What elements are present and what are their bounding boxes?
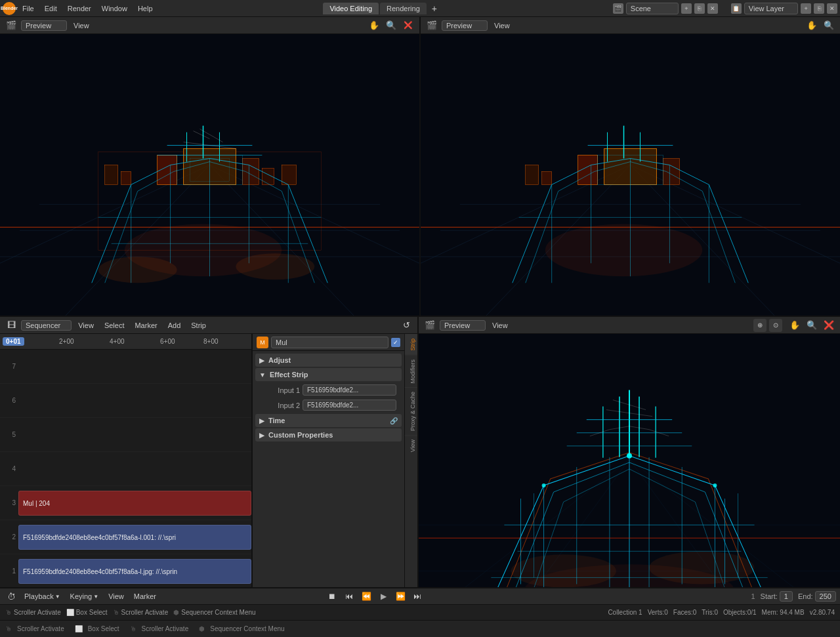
section-effect-strip-header[interactable]: ▼ Effect Strip	[255, 368, 402, 381]
keying-menu[interactable]: Keying ▼	[66, 591, 103, 602]
top-left-view-menu[interactable]: View	[70, 20, 93, 31]
top-right-view-menu[interactable]: View	[490, 20, 514, 31]
top-left-settings-icon[interactable]: ❌	[401, 18, 415, 33]
jump-start-button[interactable]: ⏮	[342, 589, 356, 604]
input2-label: Input 2	[261, 401, 300, 409]
status-bar: 🖱 Scroller Activate ⬜ Box Select 🖱 Scrol…	[0, 604, 840, 620]
seq-refresh-icon[interactable]: ↺	[399, 318, 413, 333]
right-close-icon[interactable]: ❌	[822, 318, 836, 333]
track-content-7[interactable]	[18, 350, 251, 383]
next-frame-button[interactable]: ⏩	[393, 589, 408, 604]
time-link-icon: 🔗	[390, 417, 398, 424]
current-frame-indicator[interactable]: 0+01	[3, 337, 24, 346]
viewlayer-dropdown[interactable]: View Layer	[744, 3, 798, 14]
end-frame-value[interactable]: 250	[815, 591, 836, 602]
menu-file[interactable]: File	[18, 3, 38, 14]
delete-viewlayer-icon[interactable]: ✕	[827, 3, 837, 14]
seq-strip-menu[interactable]: Strip	[187, 320, 210, 331]
input2-value[interactable]: F516959bdfde2...	[303, 400, 396, 411]
top-left-scene-svg	[0, 34, 419, 316]
workspace-tab-rendering[interactable]: Rendering	[380, 3, 427, 14]
copy-viewlayer-icon[interactable]: ⎘	[814, 3, 824, 14]
props-tab-view[interactable]: View	[405, 435, 417, 456]
pb-view-menu[interactable]: View	[104, 591, 128, 602]
track-content-2[interactable]: F516959bdfde2408eb8ee4c0bf57f8a6a-l.001:…	[18, 520, 251, 554]
workspace-tabs: Video Editing Rendering +	[323, 2, 441, 15]
stop-button[interactable]: ⏹	[325, 589, 339, 604]
menu-window[interactable]: Window	[98, 3, 131, 14]
blender-logo-icon[interactable]: Blender	[3, 2, 16, 15]
track-content-5[interactable]	[18, 418, 251, 451]
input2-row: Input 2 F516959bdfde2...	[255, 398, 402, 413]
prev-frame-button[interactable]: ⏪	[359, 589, 373, 604]
sequencer-type-dropdown[interactable]: Sequencer	[21, 320, 72, 331]
scene-dropdown[interactable]: Scene	[626, 3, 679, 14]
top-left-preview-dropdown[interactable]: Preview	[21, 20, 67, 31]
top-right-preview-dropdown[interactable]: Preview	[442, 20, 488, 31]
track-content-6[interactable]	[18, 384, 251, 417]
section-time-header[interactable]: ▶ Time 🔗	[255, 414, 402, 427]
strip-mul[interactable]: Mul | 204	[18, 491, 251, 516]
playback-controls: ⏹ ⏮ ⏪ ▶ ⏩ ⏭	[325, 589, 425, 604]
right-zoom-icon[interactable]: 🔍	[805, 318, 819, 333]
top-panels: 🎬 Preview View ✋ 🔍 ❌	[0, 17, 840, 317]
right-gizmo-icon[interactable]: ⊙	[769, 319, 782, 332]
top-right-zoom-icon[interactable]: 🔍	[822, 18, 836, 33]
menu-help[interactable]: Help	[134, 3, 157, 14]
section-effect-strip: ▼ Effect Strip Input 1 F516959bdfde2... …	[255, 368, 402, 413]
right-preview-dropdown[interactable]: Preview	[440, 320, 486, 331]
section-adjust-header[interactable]: ▶ Adjust	[255, 354, 402, 367]
new-scene-icon[interactable]: +	[681, 3, 692, 14]
top-right-pan-icon[interactable]: ✋	[805, 18, 819, 33]
scroller-activate-label: Scroller Activate	[14, 609, 61, 616]
seq-marker-menu[interactable]: Marker	[131, 320, 161, 331]
strip-enabled-checkbox[interactable]: ✓	[391, 338, 400, 347]
track-content-1[interactable]: F516959bdfde2408eb8ee4c0bf57f8a6a-l.jpg:…	[18, 554, 251, 588]
current-frame-display[interactable]: 1	[751, 592, 755, 600]
start-frame-value[interactable]: 1	[780, 591, 793, 602]
menu-edit[interactable]: Edit	[41, 3, 61, 14]
pb-marker-menu[interactable]: Marker	[130, 591, 160, 602]
notify-scroller-1: Scroller Activate	[17, 625, 64, 632]
props-tab-modifiers[interactable]: Modifiers	[405, 355, 417, 388]
track-label-2: 2	[0, 533, 18, 541]
input1-value[interactable]: F516959bdfde2...	[303, 384, 396, 396]
right-editor-type-icon[interactable]: 🎬	[423, 318, 437, 333]
new-viewlayer-icon[interactable]: +	[801, 3, 811, 14]
props-tab-strip[interactable]: Strip	[405, 334, 417, 355]
strip-blue-2[interactable]: F516959bdfde2408eb8ee4c0bf57f8a6a-l.jpg:…	[18, 559, 251, 584]
top-right-editor-type-icon[interactable]: 🎬	[425, 18, 439, 33]
svg-rect-14	[242, 159, 259, 185]
playback-bar-left: ⏱ Playback ▼ Keying ▼ View Marker	[4, 589, 160, 604]
right-overlay-icon[interactable]: ⊕	[753, 319, 766, 332]
props-tab-proxy[interactable]: Proxy & Cache	[405, 387, 417, 435]
top-left-zoom-icon[interactable]: 🔍	[384, 18, 398, 33]
add-workspace-button[interactable]: +	[428, 2, 441, 15]
viewlayer-area: 📋 View Layer + ⎘ ✕	[731, 3, 837, 14]
svg-rect-47	[542, 172, 552, 185]
copy-scene-icon[interactable]: ⎘	[694, 3, 705, 14]
sequencer-editor-type-icon[interactable]: 🎞	[4, 318, 18, 333]
playback-menu[interactable]: Playback ▼	[20, 591, 64, 602]
right-view-menu[interactable]: View	[488, 320, 512, 331]
playback-chevron: ▼	[55, 594, 60, 600]
play-button[interactable]: ▶	[376, 589, 390, 604]
jump-end-button[interactable]: ⏭	[410, 589, 425, 604]
right-pan-icon[interactable]: ✋	[788, 318, 802, 333]
track-content-3[interactable]: Mul | 204	[18, 486, 251, 520]
top-left-pan-icon[interactable]: ✋	[367, 18, 381, 33]
faces-label: Faces:0	[673, 609, 697, 616]
track-row-5: 5	[0, 418, 251, 452]
editor-type-icon[interactable]: 🎬	[4, 18, 18, 33]
delete-scene-icon[interactable]: ✕	[707, 3, 718, 14]
seq-add-menu[interactable]: Add	[164, 320, 185, 331]
menu-render[interactable]: Render	[64, 3, 95, 14]
timeline-editor-icon[interactable]: ⏱	[4, 589, 18, 604]
seq-select-menu[interactable]: Select	[100, 320, 129, 331]
track-content-4[interactable]	[18, 452, 251, 485]
section-custom-props-header[interactable]: ▶ Custom Properties	[255, 428, 402, 442]
strip-name-field[interactable]: Mul	[271, 337, 388, 348]
seq-view-menu[interactable]: View	[74, 320, 98, 331]
strip-blue-1[interactable]: F516959bdfde2408eb8ee4c0bf57f8a6a-l.001:…	[18, 525, 251, 550]
workspace-tab-video-editing[interactable]: Video Editing	[323, 3, 379, 14]
